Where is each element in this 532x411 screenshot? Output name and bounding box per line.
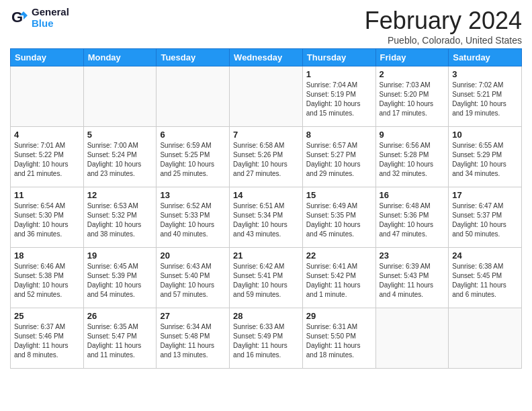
calendar-cell [11, 66, 84, 127]
day-number: 2 [380, 69, 445, 79]
day-info: Sunrise: 6:55 AM Sunset: 5:29 PM Dayligh… [452, 141, 518, 179]
day-number: 6 [160, 130, 226, 140]
calendar-cell [83, 66, 157, 127]
day-number: 3 [452, 69, 518, 79]
calendar-cell: 17Sunrise: 6:47 AM Sunset: 5:37 PM Dayli… [449, 187, 522, 248]
day-number: 27 [160, 311, 226, 321]
calendar-cell [449, 308, 522, 369]
calendar-cell: 29Sunrise: 6:31 AM Sunset: 5:50 PM Dayli… [302, 308, 375, 369]
calendar-subtitle: Pueblo, Colorado, United States [365, 35, 522, 46]
day-number: 9 [380, 130, 445, 140]
day-info: Sunrise: 7:03 AM Sunset: 5:20 PM Dayligh… [380, 81, 445, 118]
calendar-cell: 2Sunrise: 7:03 AM Sunset: 5:20 PM Daylig… [375, 66, 449, 127]
day-number: 15 [306, 190, 372, 200]
day-info: Sunrise: 6:54 AM Sunset: 5:30 PM Dayligh… [14, 201, 80, 239]
calendar-cell: 7Sunrise: 6:58 AM Sunset: 5:26 PM Daylig… [230, 127, 303, 187]
week-row-4: 18Sunrise: 6:46 AM Sunset: 5:38 PM Dayli… [11, 248, 522, 308]
day-number: 25 [14, 311, 80, 321]
day-info: Sunrise: 6:42 AM Sunset: 5:41 PM Dayligh… [233, 262, 299, 300]
day-number: 16 [380, 190, 445, 200]
calendar-table: Sunday Monday Tuesday Wednesday Thursday… [10, 48, 522, 369]
day-info: Sunrise: 6:49 AM Sunset: 5:35 PM Dayligh… [306, 201, 372, 239]
day-number: 26 [87, 311, 153, 321]
logo: G General Blue [10, 7, 69, 29]
calendar-cell: 18Sunrise: 6:46 AM Sunset: 5:38 PM Dayli… [11, 248, 84, 308]
day-number: 24 [452, 250, 518, 261]
day-number: 7 [233, 130, 299, 140]
calendar-cell: 14Sunrise: 6:51 AM Sunset: 5:34 PM Dayli… [230, 187, 303, 248]
header-wednesday: Wednesday [230, 49, 303, 66]
day-number: 1 [306, 69, 372, 79]
day-info: Sunrise: 6:43 AM Sunset: 5:40 PM Dayligh… [160, 262, 226, 300]
day-info: Sunrise: 6:31 AM Sunset: 5:50 PM Dayligh… [306, 322, 372, 360]
day-info: Sunrise: 6:45 AM Sunset: 5:39 PM Dayligh… [87, 262, 153, 300]
header-thursday: Thursday [302, 49, 375, 66]
calendar-cell: 22Sunrise: 6:41 AM Sunset: 5:42 PM Dayli… [302, 248, 375, 308]
calendar-cell [157, 66, 230, 127]
day-number: 11 [14, 190, 80, 200]
svg-text:G: G [11, 9, 23, 26]
day-info: Sunrise: 6:33 AM Sunset: 5:49 PM Dayligh… [233, 322, 299, 360]
day-number: 12 [87, 190, 153, 200]
header-tuesday: Tuesday [157, 49, 230, 66]
day-info: Sunrise: 6:38 AM Sunset: 5:45 PM Dayligh… [452, 262, 518, 300]
day-info: Sunrise: 6:47 AM Sunset: 5:37 PM Dayligh… [452, 201, 518, 239]
day-info: Sunrise: 6:59 AM Sunset: 5:25 PM Dayligh… [160, 141, 226, 179]
week-row-2: 4Sunrise: 7:01 AM Sunset: 5:22 PM Daylig… [11, 127, 522, 187]
calendar-cell: 24Sunrise: 6:38 AM Sunset: 5:45 PM Dayli… [449, 248, 522, 308]
day-number: 19 [87, 250, 153, 261]
calendar-body: 1Sunrise: 7:04 AM Sunset: 5:19 PM Daylig… [11, 66, 522, 369]
logo-icon: G [10, 9, 29, 28]
day-number: 23 [380, 250, 445, 261]
week-row-3: 11Sunrise: 6:54 AM Sunset: 5:30 PM Dayli… [11, 187, 522, 248]
calendar-cell: 8Sunrise: 6:57 AM Sunset: 5:27 PM Daylig… [302, 127, 375, 187]
calendar-cell: 9Sunrise: 6:56 AM Sunset: 5:28 PM Daylig… [375, 127, 449, 187]
day-info: Sunrise: 6:41 AM Sunset: 5:42 PM Dayligh… [306, 262, 372, 300]
day-info: Sunrise: 6:53 AM Sunset: 5:32 PM Dayligh… [87, 201, 153, 239]
day-number: 28 [233, 311, 299, 321]
calendar-cell: 5Sunrise: 7:00 AM Sunset: 5:24 PM Daylig… [83, 127, 157, 187]
day-number: 18 [14, 250, 80, 261]
day-info: Sunrise: 6:46 AM Sunset: 5:38 PM Dayligh… [14, 262, 80, 300]
title-section: February 2024 Pueblo, Colorado, United S… [365, 7, 522, 46]
calendar-cell: 4Sunrise: 7:01 AM Sunset: 5:22 PM Daylig… [11, 127, 84, 187]
day-number: 14 [233, 190, 299, 200]
calendar-cell: 6Sunrise: 6:59 AM Sunset: 5:25 PM Daylig… [157, 127, 230, 187]
day-info: Sunrise: 6:57 AM Sunset: 5:27 PM Dayligh… [306, 141, 372, 179]
calendar-cell: 15Sunrise: 6:49 AM Sunset: 5:35 PM Dayli… [302, 187, 375, 248]
day-info: Sunrise: 6:56 AM Sunset: 5:28 PM Dayligh… [380, 141, 445, 179]
day-info: Sunrise: 7:01 AM Sunset: 5:22 PM Dayligh… [14, 141, 80, 179]
day-info: Sunrise: 6:34 AM Sunset: 5:48 PM Dayligh… [160, 322, 226, 360]
calendar-cell: 19Sunrise: 6:45 AM Sunset: 5:39 PM Dayli… [83, 248, 157, 308]
calendar-cell: 3Sunrise: 7:02 AM Sunset: 5:21 PM Daylig… [449, 66, 522, 127]
day-number: 20 [160, 250, 226, 261]
logo-text: General Blue [32, 7, 69, 29]
day-info: Sunrise: 6:51 AM Sunset: 5:34 PM Dayligh… [233, 201, 299, 239]
calendar-cell: 21Sunrise: 6:42 AM Sunset: 5:41 PM Dayli… [230, 248, 303, 308]
calendar-title: February 2024 [365, 7, 522, 35]
header-saturday: Saturday [449, 49, 522, 66]
header-sunday: Sunday [11, 49, 84, 66]
day-info: Sunrise: 7:04 AM Sunset: 5:19 PM Dayligh… [306, 81, 372, 118]
day-number: 5 [87, 130, 153, 140]
day-number: 29 [306, 311, 372, 321]
calendar-cell: 13Sunrise: 6:52 AM Sunset: 5:33 PM Dayli… [157, 187, 230, 248]
day-number: 22 [306, 250, 372, 261]
day-info: Sunrise: 6:48 AM Sunset: 5:36 PM Dayligh… [380, 201, 445, 239]
day-number: 17 [452, 190, 518, 200]
day-info: Sunrise: 6:58 AM Sunset: 5:26 PM Dayligh… [233, 141, 299, 179]
calendar-cell: 28Sunrise: 6:33 AM Sunset: 5:49 PM Dayli… [230, 308, 303, 369]
header-row: Sunday Monday Tuesday Wednesday Thursday… [11, 49, 522, 66]
day-info: Sunrise: 7:02 AM Sunset: 5:21 PM Dayligh… [452, 81, 518, 118]
week-row-5: 25Sunrise: 6:37 AM Sunset: 5:46 PM Dayli… [11, 308, 522, 369]
calendar-cell: 11Sunrise: 6:54 AM Sunset: 5:30 PM Dayli… [11, 187, 84, 248]
day-info: Sunrise: 6:35 AM Sunset: 5:47 PM Dayligh… [87, 322, 153, 360]
day-number: 8 [306, 130, 372, 140]
calendar-cell: 1Sunrise: 7:04 AM Sunset: 5:19 PM Daylig… [302, 66, 375, 127]
day-info: Sunrise: 6:52 AM Sunset: 5:33 PM Dayligh… [160, 201, 226, 239]
day-number: 21 [233, 250, 299, 261]
header-friday: Friday [375, 49, 449, 66]
calendar-cell: 20Sunrise: 6:43 AM Sunset: 5:40 PM Dayli… [157, 248, 230, 308]
day-number: 13 [160, 190, 226, 200]
calendar-cell [230, 66, 303, 127]
